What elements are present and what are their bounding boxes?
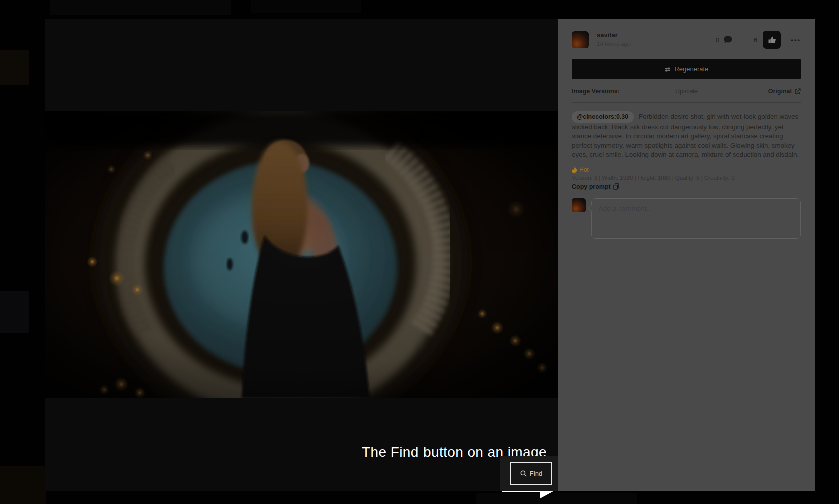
image-detail-modal: The Find button on an image Find savitar…: [45, 19, 815, 491]
comment-bubble-icon: [723, 35, 733, 44]
image-versions-row: Image Versions: Upscale Original: [572, 88, 801, 95]
like-count: 6: [754, 36, 757, 44]
regenerate-icon: ⇄: [665, 66, 671, 73]
like-group: 6: [754, 31, 781, 49]
search-icon: [520, 470, 527, 477]
hot-badge: Hot: [572, 166, 801, 173]
prompt-text-block: @cinecolors:0.30 Forbidden desire shot, …: [572, 111, 801, 160]
image-versions-label: Image Versions:: [572, 88, 648, 95]
regenerate-label: Regenerate: [674, 65, 708, 73]
hot-label: Hot: [579, 166, 589, 173]
user-avatar[interactable]: [572, 31, 589, 48]
background-thumbnail: [0, 466, 46, 504]
generation-meta: Version: 3 | Width: 1920 | Height: 1080 …: [572, 175, 801, 181]
user-meta: savitar 14 hours ago: [597, 32, 631, 47]
comment-input-box: [591, 198, 801, 239]
post-timestamp: 14 hours ago: [597, 41, 631, 47]
background-thumbnail: [50, 0, 231, 15]
regenerate-button[interactable]: ⇄ Regenerate: [572, 59, 801, 79]
divider: [572, 102, 801, 103]
flame-icon: [572, 166, 577, 173]
background-thumbnail: [0, 50, 29, 85]
current-user-avatar: [572, 198, 586, 212]
comment-composer: [572, 198, 801, 239]
thumbs-up-icon: [768, 36, 776, 44]
external-link-icon: [794, 88, 801, 95]
like-button[interactable]: [763, 31, 781, 49]
find-button[interactable]: Find: [510, 462, 552, 485]
find-button-label: Find: [530, 470, 542, 477]
comment-input[interactable]: [592, 199, 800, 238]
background-thumbnail: [251, 0, 361, 13]
copy-prompt-button[interactable]: Copy prompt: [572, 183, 801, 190]
copy-icon: [613, 183, 619, 190]
image-viewer-area: The Find button on an image Find: [45, 19, 558, 491]
post-header: savitar 14 hours ago 0 6 •••: [572, 31, 801, 49]
upscale-link[interactable]: Upscale: [648, 88, 724, 95]
prompt-lora-badge[interactable]: @cinecolors:0.30: [572, 111, 634, 123]
copy-prompt-label: Copy prompt: [572, 183, 611, 190]
generated-image[interactable]: [45, 111, 558, 398]
comments-count-group[interactable]: 0: [716, 35, 733, 44]
detail-panel: savitar 14 hours ago 0 6 •••: [558, 19, 815, 491]
original-label: Original: [768, 88, 792, 95]
original-link[interactable]: Original: [725, 88, 801, 95]
more-options-button[interactable]: •••: [791, 36, 801, 44]
username[interactable]: savitar: [597, 32, 631, 39]
comment-count: 0: [716, 36, 719, 44]
background-thumbnail: [0, 291, 29, 333]
